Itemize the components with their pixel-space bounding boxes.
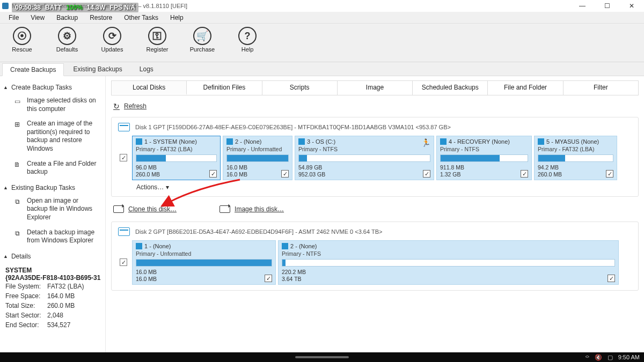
partition-checkbox[interactable]: ✓	[606, 170, 613, 178]
menu-other-tasks[interactable]: Other Tasks	[119, 13, 164, 23]
menubar: File View Backup Restore Other Tasks Hel…	[0, 12, 644, 24]
partition-checkbox[interactable]: ✓	[281, 170, 289, 178]
view-tab-definition[interactable]: Definition Files	[187, 81, 262, 95]
tool-register[interactable]: ⚿ Register	[143, 27, 172, 53]
partition-tile[interactable]: 4 - RECOVERY (None)Primary - NTFS911.8 M…	[436, 136, 532, 180]
partition-tile[interactable]: 3 - OS (C:)🏃Primary - NTFS54.89 GB952.03…	[295, 136, 434, 180]
sidebar-item-open-image[interactable]: ⧉Open an image or backup file in Windows…	[3, 195, 102, 226]
partition-title: 2 - (None)	[226, 138, 289, 145]
partition-sizes: 94.2 MB260.0 MB	[538, 164, 562, 178]
partition-title: 4 - RECOVERY (None)	[440, 138, 528, 145]
windows-icon: ⊞	[12, 120, 23, 129]
partition-tile[interactable]: 2 - (None)Primary - Unformatted16.0 MB16…	[223, 136, 292, 180]
clone-icon	[113, 205, 124, 213]
menu-restore[interactable]: Restore	[84, 13, 118, 23]
view-tab-scheduled[interactable]: Scheduled Backups	[413, 81, 488, 95]
wifi-icon[interactable]: ⌔	[586, 354, 589, 360]
tool-defaults[interactable]: ⚙ Defaults	[53, 27, 82, 53]
caret-icon: ▲	[3, 85, 8, 90]
partition-tile[interactable]: 1 - (None)Primary - Unformatted16.0 MB16…	[132, 240, 276, 285]
purchase-icon: 🛒	[193, 27, 211, 45]
partition-sizes: 96.0 MB260.0 MB	[136, 164, 160, 178]
view-tab-local-disks[interactable]: Local Disks	[112, 81, 187, 95]
tool-register-label: Register	[147, 46, 169, 53]
details-totalsize: Total Size:260.0 MB	[5, 301, 101, 311]
usage-bar	[136, 154, 217, 162]
image-icon	[219, 205, 230, 213]
tool-rescue[interactable]: ⦿ Rescue	[8, 27, 36, 53]
tool-help[interactable]: ? Help	[233, 27, 262, 53]
hud-time: 09:50:38	[15, 4, 41, 11]
usage-bar	[440, 154, 528, 162]
tool-purchase-label: Purchase	[190, 46, 215, 53]
partition-checkbox[interactable]: ✓	[423, 170, 430, 178]
usage-bar	[298, 154, 430, 162]
tool-updates[interactable]: ⟳ Updates	[98, 27, 127, 53]
minimize-button[interactable]: —	[570, 0, 595, 12]
partition-title: 2 - (None)	[282, 243, 615, 249]
clone-disk-link[interactable]: Clone this disk…	[113, 205, 177, 213]
partition-tile[interactable]: 1 - SYSTEM (None)Primary - FAT32 (LBA)96…	[132, 136, 221, 180]
file-icon: 🗎	[12, 160, 23, 169]
menu-file[interactable]: File	[3, 13, 24, 23]
refresh-link[interactable]: Refresh	[111, 101, 639, 117]
running-icon: 🏃	[421, 138, 430, 147]
sidebar-section-details[interactable]: ▲Details	[3, 253, 102, 260]
image-disk-link[interactable]: Image this disk…	[219, 205, 284, 213]
details-filesystem: File System:FAT32 (LBA)	[5, 282, 101, 291]
sidebar-item-image-windows[interactable]: ⊞Create an image of the partition(s) req…	[3, 117, 102, 157]
tray-clock[interactable]: 9:50 AM	[618, 354, 640, 360]
partition-tile[interactable]: 2 - (None)Primary - NTFS220.2 MB3.64 TB✓	[278, 240, 619, 285]
disk2-checkbox[interactable]: ✓	[120, 258, 127, 266]
partition-sizes: 16.0 MB16.0 MB	[226, 164, 247, 178]
disk1-checkbox[interactable]: ✓	[120, 154, 127, 161]
hud-overlay: 09:50:38 BATT 100% 14.3W FPS N/A	[12, 3, 138, 12]
tool-purchase[interactable]: 🛒 Purchase	[188, 27, 217, 53]
sidebar-section-existing[interactable]: ▲Existing Backup Tasks	[3, 184, 102, 191]
window-controls: — ☐ ✕	[570, 0, 644, 12]
tab-logs[interactable]: Logs	[131, 63, 162, 76]
partition-checkbox[interactable]: ✓	[265, 275, 272, 282]
details-freespace: Free Space:164.0 MB	[5, 291, 101, 301]
sidebar-item-file-folder[interactable]: 🗎Create a File and Folder backup	[3, 158, 102, 181]
taskbar: ⌔ 🔇 ▢ 9:50 AM	[0, 352, 644, 362]
tab-existing-backups[interactable]: Existing Backups	[65, 63, 130, 76]
details-endsector: End Sector:534,527	[5, 320, 101, 330]
partition-checkbox[interactable]: ✓	[608, 275, 615, 282]
maximize-button[interactable]: ☐	[595, 0, 619, 12]
partition-sub: Primary - Unformatted	[226, 146, 289, 152]
sidebar-item-image-selected[interactable]: ▭Image selected disks on this computer	[3, 94, 102, 117]
partition-sizes: 16.0 MB16.0 MB	[136, 269, 157, 282]
mute-icon[interactable]: 🔇	[595, 354, 602, 361]
partition-checkbox[interactable]: ✓	[521, 170, 528, 178]
partition-sub: Primary - Unformatted	[136, 250, 272, 257]
partition-sub: Primary - NTFS	[298, 146, 430, 152]
disk-icon	[118, 227, 130, 236]
partition-sizes: 911.8 MB1.32 GB	[440, 164, 464, 178]
usage-bar	[282, 259, 615, 267]
main-panel: Local Disks Definition Files Scripts Ima…	[106, 76, 644, 352]
view-tab-file-folder[interactable]: File and Folder	[488, 81, 563, 95]
sidebar-section-create[interactable]: ▲Create Backup Tasks	[3, 84, 102, 91]
windows-flag-icon	[282, 243, 288, 249]
updates-icon: ⟳	[103, 27, 121, 45]
close-button[interactable]: ✕	[619, 0, 644, 12]
detach-icon: ⧉	[12, 228, 23, 238]
battery-icon[interactable]: ▢	[608, 354, 613, 361]
details-startsector: Start Sector:2,048	[5, 311, 101, 320]
view-tab-image[interactable]: Image	[338, 81, 413, 95]
view-tab-filter[interactable]: Filter	[564, 81, 638, 95]
caret-icon: ▲	[3, 254, 8, 259]
partition-checkbox[interactable]: ✓	[209, 170, 217, 178]
menu-view[interactable]: View	[25, 13, 50, 23]
menu-help[interactable]: Help	[165, 13, 189, 23]
disk1-actions-dropdown[interactable]: Actions… ▾	[117, 180, 633, 191]
menu-backup[interactable]: Backup	[51, 13, 83, 23]
partition-title: 3 - OS (C:)🏃	[298, 138, 430, 145]
partition-tile[interactable]: 5 - MYASUS (None)Primary - FAT32 (LBA)94…	[534, 136, 617, 180]
help-icon: ?	[238, 27, 257, 45]
view-tab-scripts[interactable]: Scripts	[262, 81, 338, 95]
system-tray: ⌔ 🔇 ▢ 9:50 AM	[586, 354, 640, 361]
sidebar-item-detach-image[interactable]: ⧉Detach a backup image from Windows Expl…	[3, 226, 102, 249]
tab-create-backups[interactable]: Create Backups	[2, 63, 64, 76]
